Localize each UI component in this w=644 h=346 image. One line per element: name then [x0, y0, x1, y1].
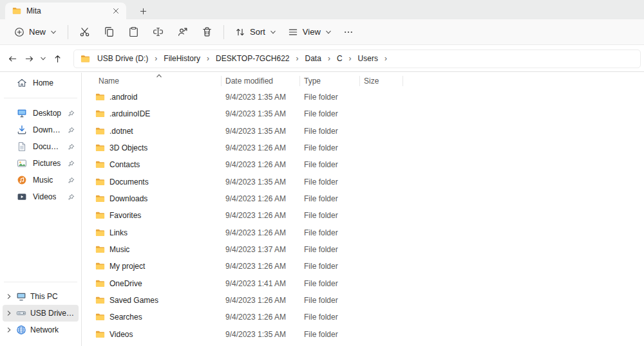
explorer-tab[interactable]: Mita [5, 3, 126, 19]
sidebar-item-usb-drive-d[interactable]: USB Drive (D:) [3, 305, 79, 322]
file-date-modified: 9/4/2023 1:35 AM [225, 127, 286, 136]
sidebar-item-documents[interactable]: Documents [3, 138, 79, 155]
sidebar-item-network[interactable]: Network [3, 322, 79, 338]
breadcrumb-separator-icon[interactable]: › [346, 54, 354, 63]
breadcrumb-separator-icon[interactable]: › [325, 54, 333, 63]
file-row[interactable]: 3D Objects9/4/2023 1:26 AMFile folder [82, 140, 644, 156]
sidebar-item-videos[interactable]: Videos [3, 188, 79, 205]
view-icon [288, 27, 298, 37]
file-type: File folder [304, 245, 338, 254]
folder-icon [95, 126, 105, 136]
file-list: .android9/4/2023 1:35 AMFile folder.ardu… [82, 89, 644, 346]
file-row[interactable]: Searches9/4/2023 1:26 AMFile folder [82, 309, 644, 325]
file-row[interactable]: Favorites9/4/2023 1:26 AMFile folder [82, 207, 644, 224]
file-name: Links [109, 228, 128, 237]
more-options-button[interactable] [337, 23, 359, 42]
file-row[interactable]: Videos9/4/2023 1:35 AMFile folder [82, 326, 644, 343]
sort-icon [235, 27, 245, 37]
file-date-modified: 9/4/2023 1:35 AM [225, 178, 286, 187]
sidebar-item-downloads[interactable]: Downloads [3, 122, 79, 138]
file-row[interactable]: .android9/4/2023 1:35 AMFile folder [82, 89, 644, 105]
breadcrumb-separator-icon[interactable]: › [204, 54, 212, 63]
chevron-down-icon [40, 55, 46, 62]
file-row[interactable]: OneDrive9/4/2023 1:41 AMFile folder [82, 275, 644, 292]
file-row[interactable]: .dotnet9/4/2023 1:35 AMFile folder [82, 123, 644, 140]
forward-arrow-icon [24, 54, 34, 64]
breadcrumb-segment[interactable]: USB Drive (D:) [93, 52, 152, 65]
column-header-name[interactable]: Name [99, 73, 119, 89]
breadcrumb-segment[interactable]: FileHistory [160, 52, 204, 65]
file-type: File folder [304, 262, 338, 271]
sort-button[interactable]: Sort [229, 23, 282, 42]
file-type: File folder [304, 279, 338, 288]
breadcrumb-segment[interactable]: Users [354, 52, 382, 65]
paste-button[interactable] [122, 22, 145, 42]
recent-locations-button[interactable] [37, 49, 49, 68]
sidebar-item-desktop[interactable]: Desktop [3, 105, 79, 122]
rename-button[interactable] [147, 22, 169, 42]
breadcrumb-segment[interactable]: C [333, 52, 346, 65]
breadcrumb-separator-icon[interactable]: › [152, 54, 160, 63]
file-date-modified: 9/4/2023 1:26 AM [225, 194, 286, 203]
sidebar-item-label: Documents [33, 142, 62, 151]
toolbar-action-group [73, 22, 218, 42]
folder-icon [95, 329, 105, 339]
plus-icon [140, 8, 147, 15]
file-row[interactable]: .arduinoIDE9/4/2023 1:35 AMFile folder [82, 105, 644, 122]
copy-button[interactable] [98, 22, 120, 42]
column-header-date-modified[interactable]: Date modified [225, 73, 273, 89]
file-date-modified: 9/4/2023 1:41 AM [225, 279, 286, 288]
file-type: File folder [304, 127, 338, 136]
view-button-label: View [303, 27, 321, 37]
sidebar-item-label: Home [33, 78, 53, 87]
file-row[interactable]: Documents9/4/2023 1:35 AMFile folder [82, 174, 644, 190]
chevron-down-icon [50, 29, 57, 35]
back-button[interactable] [4, 49, 21, 68]
new-tab-button[interactable] [135, 3, 151, 19]
tab-close-button[interactable] [110, 5, 122, 17]
breadcrumb-segment[interactable]: Data [301, 52, 325, 65]
share-icon [177, 26, 188, 37]
folder-icon [95, 313, 105, 322]
file-row[interactable]: Saved Games9/4/2023 1:26 AMFile folder [82, 292, 644, 309]
usb-icon [16, 308, 26, 318]
file-name: .dotnet [109, 127, 133, 136]
file-row[interactable]: Contacts9/4/2023 1:26 AMFile folder [82, 156, 644, 173]
thispc-icon [16, 291, 26, 302]
ellipsis-icon [343, 27, 354, 37]
address-bar[interactable]: USB Drive (D:)›FileHistory›DESKTOP-7GCH6… [73, 50, 641, 68]
sidebar-item-label: Desktop [33, 109, 61, 118]
sort-button-label: Sort [250, 27, 265, 37]
file-name: Searches [109, 313, 142, 322]
new-button[interactable]: New [8, 23, 62, 42]
cut-button[interactable] [73, 22, 96, 42]
delete-button[interactable] [196, 22, 218, 42]
breadcrumb-separator-icon[interactable]: › [382, 54, 390, 63]
column-divider [359, 76, 360, 86]
documents-icon [17, 141, 27, 152]
file-name: Contacts [109, 160, 140, 169]
sidebar-tree-section: This PCUSB Drive (D:)Network [0, 282, 81, 338]
music-icon [17, 175, 27, 185]
breadcrumb-separator-icon[interactable]: › [294, 54, 301, 63]
up-button[interactable] [49, 49, 66, 68]
delete-icon [202, 26, 213, 37]
folder-icon [80, 54, 90, 64]
column-header-size[interactable]: Size [364, 73, 379, 89]
file-row[interactable]: Music9/4/2023 1:37 AMFile folder [82, 241, 644, 258]
sidebar-item-home[interactable]: Home [3, 75, 79, 91]
sidebar-item-music[interactable]: Music [3, 172, 79, 188]
breadcrumb-segment[interactable]: DESKTOP-7GCH622 [212, 52, 294, 65]
file-name: .android [109, 93, 137, 102]
file-row[interactable]: My project9/4/2023 1:26 AMFile folder [82, 258, 644, 275]
forward-button[interactable] [21, 49, 37, 68]
view-button[interactable]: View [282, 23, 337, 42]
file-date-modified: 9/4/2023 1:26 AM [225, 160, 286, 169]
sidebar-item-pictures[interactable]: Pictures [3, 155, 79, 172]
share-button[interactable] [171, 22, 194, 42]
file-row[interactable]: Links9/4/2023 1:26 AMFile folder [82, 224, 644, 241]
sidebar-item-this-pc[interactable]: This PC [3, 288, 79, 305]
file-row[interactable]: Downloads9/4/2023 1:26 AMFile folder [82, 190, 644, 207]
column-header-type[interactable]: Type [304, 73, 321, 89]
titlebar: Mita [0, 0, 644, 19]
